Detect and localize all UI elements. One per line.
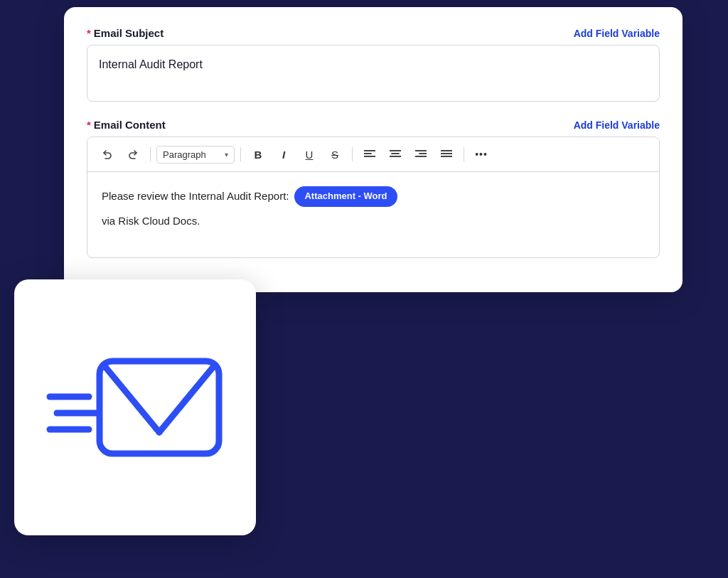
rich-text-editor: Paragraph ▾ B I U S — [87, 137, 660, 258]
email-content-field: *Email Content Add Field Variable — [87, 119, 660, 258]
undo-icon — [102, 149, 113, 160]
align-center-button[interactable] — [384, 143, 407, 166]
more-options-button[interactable]: ••• — [470, 143, 493, 166]
editor-toolbar: Paragraph ▾ B I U S — [87, 137, 659, 172]
align-left-button[interactable] — [358, 143, 381, 166]
content-label: *Email Content — [87, 119, 166, 131]
svg-rect-15 — [100, 361, 219, 454]
editor-line-2: via Risk Cloud Docs. — [102, 213, 645, 230]
paragraph-label: Paragraph — [163, 149, 206, 160]
email-illustration — [43, 329, 228, 486]
align-right-button[interactable] — [410, 143, 432, 166]
justify-icon — [441, 149, 452, 159]
attachment-badge[interactable]: Attachment - Word — [294, 186, 397, 207]
toolbar-separator-4 — [464, 147, 464, 161]
svg-line-17 — [159, 367, 213, 432]
align-left-icon — [364, 149, 375, 159]
italic-button[interactable]: I — [272, 143, 295, 166]
toolbar-separator-3 — [352, 147, 353, 161]
content-required-star: * — [87, 119, 91, 131]
email-subject-field: *Email Subject Add Field Variable Intern… — [87, 27, 660, 105]
strikethrough-button[interactable]: S — [323, 143, 346, 166]
svg-line-16 — [105, 367, 159, 432]
redo-icon — [127, 149, 139, 160]
justify-button[interactable] — [435, 143, 458, 166]
subject-field-header: *Email Subject Add Field Variable — [87, 27, 660, 39]
email-icon-card — [14, 279, 256, 535]
form-card: *Email Subject Add Field Variable Intern… — [64, 7, 682, 292]
editor-text-2: via Risk Cloud Docs. — [102, 215, 200, 227]
subject-input[interactable]: Internal Audit Report — [87, 45, 660, 102]
content-add-field-link[interactable]: Add Field Variable — [574, 119, 660, 131]
content-field-header: *Email Content Add Field Variable — [87, 119, 660, 131]
align-right-icon — [415, 149, 427, 159]
subject-add-field-link[interactable]: Add Field Variable — [574, 28, 660, 39]
editor-content-area[interactable]: Please review the Internal Audit Report:… — [87, 172, 659, 257]
bold-button[interactable]: B — [247, 143, 269, 166]
editor-text-1: Please review the Internal Audit Report: — [102, 188, 289, 205]
undo-button[interactable] — [96, 143, 119, 166]
underline-button[interactable]: U — [298, 143, 321, 166]
subject-label: *Email Subject — [87, 27, 164, 39]
paragraph-select[interactable]: Paragraph ▾ — [156, 146, 235, 164]
toolbar-separator-2 — [240, 147, 241, 161]
chevron-down-icon: ▾ — [225, 151, 228, 159]
subject-required-star: * — [87, 27, 91, 39]
redo-button[interactable] — [122, 143, 144, 166]
editor-line-1: Please review the Internal Audit Report:… — [102, 186, 645, 207]
align-center-icon — [390, 149, 401, 159]
toolbar-separator-1 — [150, 147, 151, 161]
